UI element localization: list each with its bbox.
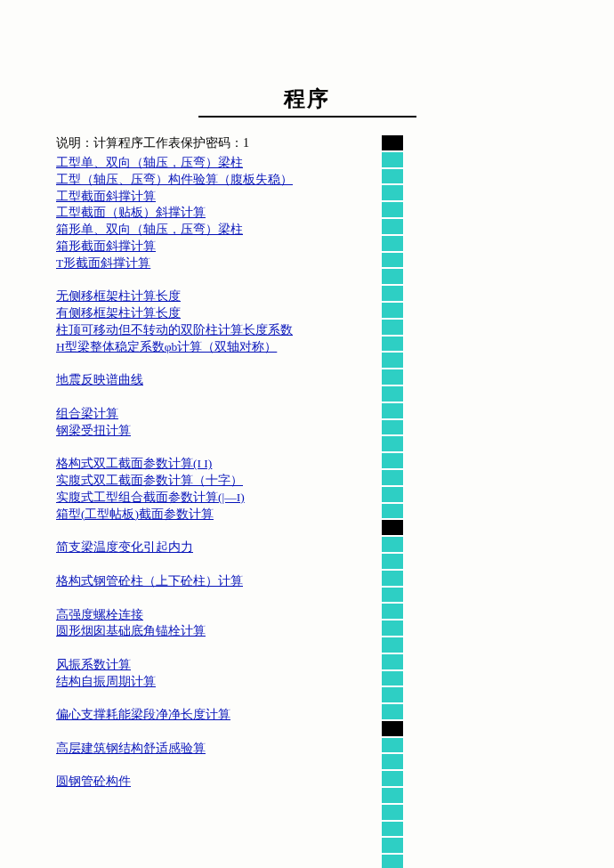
program-link[interactable]: 格构式双工截面参数计算(I I) (56, 456, 558, 473)
sidebar-cell-black (381, 720, 404, 737)
sidebar-cell-teal (381, 184, 404, 201)
sidebar-cell-teal (381, 336, 404, 353)
program-link[interactable]: 高强度螺栓连接 (56, 607, 558, 624)
program-link[interactable]: 工型截面（贴板）斜撑计算 (56, 205, 558, 222)
sidebar-cell-teal (381, 201, 404, 218)
sidebar-cell-teal (381, 804, 404, 821)
sidebar-cell-teal (381, 252, 404, 269)
sidebar-cell-teal (381, 151, 404, 168)
sidebar-cell-teal (381, 352, 404, 369)
program-link[interactable]: 箱形单、双向（轴压，压弯）梁柱 (56, 222, 558, 239)
sidebar-cell-teal (381, 536, 404, 553)
sidebar-cell-teal (381, 469, 404, 486)
sidebar-cell-teal (381, 385, 404, 402)
program-link[interactable]: 地震反映谱曲线 (56, 372, 558, 389)
sidebar-cell-teal (381, 737, 404, 754)
sidebar-cell-teal (381, 319, 404, 336)
program-link[interactable]: 箱形截面斜撑计算 (56, 239, 558, 256)
sidebar-cell-teal (381, 753, 404, 770)
sidebar-cell-black (381, 519, 404, 536)
sidebar-cell-teal (381, 587, 404, 604)
group-gap (56, 640, 558, 657)
sidebar-cell-teal (381, 369, 404, 385)
sidebar-cell-teal (381, 285, 404, 302)
program-link[interactable]: 圆钢管砼构件 (56, 774, 558, 791)
sidebar-cell-teal (381, 837, 404, 854)
program-link[interactable]: 工型（轴压、压弯）构件验算（腹板失稳） (56, 172, 558, 189)
sidebar-cell-teal (381, 703, 404, 720)
program-link[interactable]: 组合梁计算 (56, 406, 558, 423)
page-content: 程序 说明：计算程序工作表保护密码：1 工型单、双向（轴压，压弯）梁柱工型（轴压… (0, 0, 614, 791)
group-gap (56, 440, 558, 457)
sidebar-cell-black (381, 134, 404, 151)
sidebar-cell-teal (381, 854, 404, 868)
sidebar-cell-teal (381, 302, 404, 319)
sidebar-cell-teal (381, 168, 404, 185)
program-link[interactable]: 钢梁受扭计算 (56, 423, 558, 440)
link-list: 工型单、双向（轴压，压弯）梁柱工型（轴压、压弯）构件验算（腹板失稳）工型截面斜撑… (56, 155, 558, 791)
description-text: 说明：计算程序工作表保护密码：1 (56, 135, 558, 151)
sidebar-cell-teal (381, 218, 404, 235)
sidebar-cell-teal (381, 402, 404, 419)
page-title: 程序 (198, 85, 416, 118)
group-gap (56, 590, 558, 607)
sidebar-cell-teal (381, 419, 404, 436)
program-link[interactable]: 工型单、双向（轴压，压弯）梁柱 (56, 155, 558, 172)
program-link[interactable]: 格构式钢管砼柱（上下砼柱）计算 (56, 573, 558, 590)
group-gap (56, 691, 558, 708)
sidebar-cell-teal (381, 235, 404, 252)
sidebar-cell-teal (381, 603, 404, 620)
sidebar-cell-teal (381, 686, 404, 703)
program-link[interactable]: 实腹式工型组合截面参数计算(|—I) (56, 490, 558, 507)
group-gap (56, 272, 558, 289)
group-gap (56, 523, 558, 540)
sidebar-cell-teal (381, 670, 404, 687)
sidebar-cell-teal (381, 620, 404, 637)
sidebar-cell-teal (381, 570, 404, 587)
program-link[interactable]: T形截面斜撑计算 (56, 256, 558, 272)
group-gap (56, 758, 558, 775)
sidebar-cell-teal (381, 553, 404, 570)
program-link[interactable]: 箱型(工型帖板)截面参数计算 (56, 507, 558, 523)
sidebar-cell-teal (381, 821, 404, 838)
group-gap (56, 389, 558, 406)
program-link[interactable]: 偏心支撑耗能梁段净净长度计算 (56, 707, 558, 724)
sidebar-cell-teal (381, 653, 404, 670)
sidebar-cell-teal (381, 452, 404, 469)
group-gap (56, 356, 558, 373)
color-sidebar (381, 134, 404, 868)
program-link[interactable]: 高层建筑钢结构舒适感验算 (56, 741, 558, 758)
group-gap (56, 724, 558, 741)
group-gap (56, 556, 558, 573)
sidebar-cell-teal (381, 486, 404, 503)
sidebar-cell-teal (381, 637, 404, 653)
program-link[interactable]: 柱顶可移动但不转动的双阶柱计算长度系数 (56, 322, 558, 339)
sidebar-cell-teal (381, 787, 404, 804)
program-link[interactable]: 工型截面斜撑计算 (56, 189, 558, 206)
sidebar-cell-teal (381, 503, 404, 520)
sidebar-cell-teal (381, 268, 404, 285)
program-link[interactable]: 简支梁温度变化引起内力 (56, 539, 558, 556)
program-link[interactable]: 无侧移框架柱计算长度 (56, 288, 558, 305)
program-link[interactable]: 有侧移框架柱计算长度 (56, 305, 558, 322)
program-link[interactable]: 实腹式双工截面参数计算（十字） (56, 473, 558, 490)
program-link[interactable]: 圆形烟囱基础底角锚栓计算 (56, 623, 558, 640)
sidebar-cell-teal (381, 770, 404, 787)
sidebar-cell-teal (381, 435, 404, 452)
program-link[interactable]: 风振系数计算 (56, 657, 558, 674)
program-link[interactable]: H型梁整体稳定系数φb计算（双轴对称） (56, 339, 558, 356)
program-link[interactable]: 结构自振周期计算 (56, 674, 558, 691)
